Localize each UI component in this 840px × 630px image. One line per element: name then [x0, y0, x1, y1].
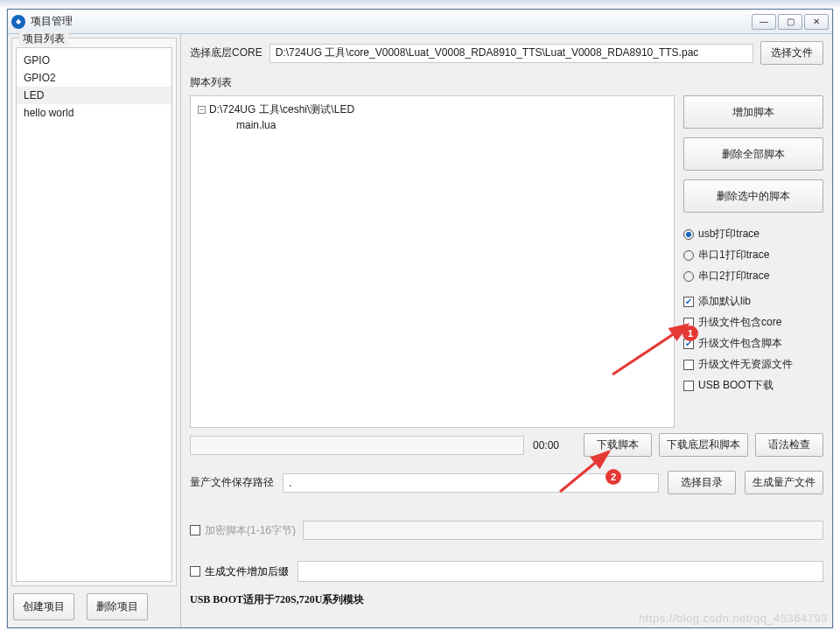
encrypt-label: 加密脚本(1-16字节) [205, 523, 296, 538]
radio-icon [683, 271, 694, 282]
checkbox-icon [190, 566, 200, 577]
suffix-label: 生成文件增加后缀 [205, 564, 289, 579]
trace-radio-group: usb打印trace串口1打印trace串口2打印trace [683, 227, 823, 284]
option-check-group: 添加默认lib升级文件包含core升级文件包含脚本升级文件无资源文件USB BO… [683, 294, 823, 393]
progress-bar [190, 436, 524, 455]
scripts-label: 脚本列表 [190, 75, 823, 90]
core-label: 选择底层CORE [190, 46, 262, 60]
tree-item-label: main.lua [236, 119, 276, 131]
download-core-script-button[interactable]: 下载底层和脚本 [659, 433, 748, 457]
checkbox-label: 升级文件包含core [698, 315, 781, 330]
trace-radio[interactable]: usb打印trace [683, 227, 823, 242]
add-script-button[interactable]: 增加脚本 [683, 95, 823, 129]
choose-core-button[interactable]: 选择文件 [760, 41, 823, 65]
script-tree[interactable]: − D:\724UG 工具\ceshi\测试\LED main.lua [190, 95, 675, 428]
close-button[interactable]: ✕ [804, 14, 829, 30]
checkbox-label: 升级文件包含脚本 [698, 336, 782, 351]
project-list[interactable]: GPIOGPIO2LEDhello world [16, 47, 172, 582]
option-checkbox[interactable]: 升级文件无资源文件 [683, 357, 823, 372]
radio-label: 串口2打印trace [698, 269, 769, 284]
download-script-button[interactable]: 下载脚本 [584, 433, 652, 457]
titlebar: ◆ 项目管理 — ▢ ✕ [8, 10, 832, 34]
suffix-checkbox[interactable]: 生成文件增加后缀 [190, 564, 289, 579]
option-checkbox[interactable]: 升级文件包含core [683, 315, 823, 330]
checkbox-label: USB BOOT下载 [698, 378, 774, 393]
choose-dir-button[interactable]: 选择目录 [668, 471, 736, 494]
radio-icon [683, 229, 694, 240]
masspath-field[interactable]: . [283, 473, 659, 493]
app-window: ◆ 项目管理 — ▢ ✕ 项目列表 GPIOGPIO2LEDhello worl… [7, 9, 833, 628]
option-checkbox[interactable]: 添加默认lib [683, 294, 823, 309]
checkbox-icon [683, 297, 694, 307]
trace-radio[interactable]: 串口1打印trace [683, 248, 823, 262]
checkbox-icon [683, 339, 694, 349]
trace-radio[interactable]: 串口2打印trace [683, 269, 823, 284]
option-checkbox[interactable]: 升级文件包含脚本 [683, 336, 823, 351]
project-item[interactable]: LED [17, 87, 172, 104]
app-icon: ◆ [11, 15, 25, 29]
radio-label: 串口1打印trace [698, 248, 769, 262]
project-item[interactable]: GPIO [17, 52, 172, 69]
right-panel: 选择底层CORE D:\724UG 工具\core_V0008\Luat_V00… [181, 34, 832, 627]
window-controls: — ▢ ✕ [752, 14, 829, 30]
delete-project-button[interactable]: 删除项目 [87, 593, 148, 620]
project-item[interactable]: hello world [17, 104, 172, 122]
collapse-icon[interactable]: − [198, 106, 206, 114]
checkbox-icon [683, 381, 694, 391]
radio-icon [683, 250, 694, 261]
generate-mass-button[interactable]: 生成量产文件 [745, 471, 823, 494]
project-list-group: 项目列表 GPIOGPIO2LEDhello world [11, 38, 177, 586]
masspath-label: 量产文件保存路径 [190, 475, 274, 490]
delete-selected-script-button[interactable]: 删除选中的脚本 [683, 179, 823, 213]
checkbox-label: 添加默认lib [698, 294, 751, 309]
delete-all-scripts-button[interactable]: 删除全部脚本 [683, 137, 823, 171]
tree-root[interactable]: − D:\724UG 工具\ceshi\测试\LED [198, 102, 667, 118]
encrypt-field[interactable] [303, 521, 823, 540]
core-path-field[interactable]: D:\724UG 工具\core_V0008\Luat_V0008_RDA891… [270, 44, 753, 63]
usb-boot-note: USB BOOT适用于720S,720U系列模块 [190, 587, 823, 609]
progress-timer: 00:00 [533, 439, 575, 452]
syntax-check-button[interactable]: 语法检查 [755, 433, 823, 457]
encrypt-checkbox[interactable]: 加密脚本(1-16字节) [190, 523, 296, 538]
radio-label: usb打印trace [698, 227, 760, 242]
option-checkbox[interactable]: USB BOOT下载 [683, 378, 823, 393]
create-project-button[interactable]: 创建项目 [13, 593, 74, 620]
maximize-button[interactable]: ▢ [778, 14, 802, 30]
checkbox-icon [683, 360, 694, 370]
project-item[interactable]: GPIO2 [17, 69, 172, 87]
checkbox-label: 升级文件无资源文件 [698, 357, 793, 372]
minimize-button[interactable]: — [752, 14, 776, 30]
suffix-field[interactable] [298, 561, 823, 582]
checkbox-icon [190, 525, 200, 536]
checkbox-icon [683, 318, 694, 328]
project-list-legend: 项目列表 [19, 32, 68, 46]
left-panel: 项目列表 GPIOGPIO2LEDhello world 创建项目 删除项目 [8, 34, 181, 627]
window-title: 项目管理 [31, 14, 73, 29]
tree-item[interactable]: main.lua [198, 118, 667, 132]
script-side-buttons: 增加脚本 删除全部脚本 删除选中的脚本 usb打印trace串口1打印trace… [683, 95, 823, 428]
tree-root-label: D:\724UG 工具\ceshi\测试\LED [209, 102, 354, 117]
